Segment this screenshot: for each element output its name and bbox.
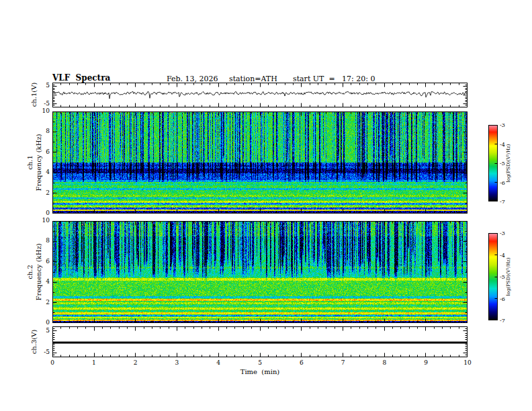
x-tick-label: 8 [383,359,387,366]
ch1-frequency-axis-label: Frequency (kHz) [35,134,42,191]
ch1-colorbar-canvas [488,125,498,201]
colorbar-tick-label: -4 [500,142,505,148]
x-tick-label: 7 [341,359,345,366]
y-tick-label: 5 [34,327,50,334]
ch2-spectrogram-panel: 0246810 [52,221,468,323]
colorbar-tick-label: -7 [500,199,505,205]
colorbar-tick-label: -6 [500,180,505,186]
y-tick-label: 6 [34,258,50,265]
x-tick-label: 5 [258,359,262,366]
y-tick-label: 2 [34,299,50,306]
ch1-spectrogram-panel: 0246810 [52,111,468,214]
ch2-colorbar: -3-4-5-6-7 [488,233,498,320]
x-axis-tick-labels: 012345678910 [52,359,468,367]
x-tick-label: 3 [175,359,179,366]
ch1-colorbar: -3-4-5-6-7 [488,125,498,201]
y-tick-label: 8 [34,237,50,244]
y-tick-label: 2 [34,189,50,196]
ch3-waveform-panel: 5-5 [52,326,468,357]
x-tick-label: 6 [300,359,304,366]
y-tick-label: 6 [34,148,50,155]
ch2-channel-label: ch.2 [26,265,34,279]
ch1-spectrogram-canvas [52,111,468,214]
colorbar-tick-label: -7 [500,318,505,324]
colorbar-tick-label: -4 [500,253,505,259]
x-tick-label: 1 [92,359,96,366]
y-tick-label: 0 [34,319,50,326]
y-tick-label: 10 [34,107,50,114]
ch3-waveform-canvas [52,326,468,357]
ch2-spectrogram-canvas [52,221,468,323]
x-tick-label: 2 [134,359,138,366]
x-tick-label: 4 [216,359,220,366]
x-axis-label: Time (min) [240,368,280,375]
ch1-waveform-canvas [52,83,468,107]
y-tick-label: 4 [34,169,50,175]
vlf-spectra-figure: VLF Spectra Feb. 13, 2026 station=ATH st… [0,0,532,411]
colorbar-tick-label: -5 [500,274,505,280]
ch2-frequency-axis-label: Frequency (kHz) [35,243,42,300]
colorbar-tick-label: -3 [500,122,505,128]
y-tick-label: 10 [34,217,50,224]
y-tick-label: 5 [34,82,50,89]
figure-title: VLF Spectra [52,73,110,83]
x-tick-label: 10 [463,359,471,366]
ch2-colorbar-label: log(PSD)(V²/Hz) [506,258,511,296]
colorbar-tick-label: -3 [500,230,505,236]
x-tick-label: 0 [50,359,54,366]
y-tick-label: 0 [34,210,50,216]
y-tick-label: 4 [34,278,50,285]
y-tick-label: 8 [34,128,50,134]
ch1-channel-label: ch.1 [26,155,34,170]
y-tick-label: -5 [34,100,50,107]
x-tick-label: 9 [424,359,428,366]
ch1-colorbar-label: log(PSD)(V²/Hz) [506,144,511,183]
colorbar-tick-label: -5 [500,161,505,167]
ch2-colorbar-canvas [488,233,498,320]
y-tick-label: -5 [34,349,50,355]
colorbar-tick-label: -6 [500,296,505,302]
ch1-waveform-panel: 5-5 [52,83,468,107]
